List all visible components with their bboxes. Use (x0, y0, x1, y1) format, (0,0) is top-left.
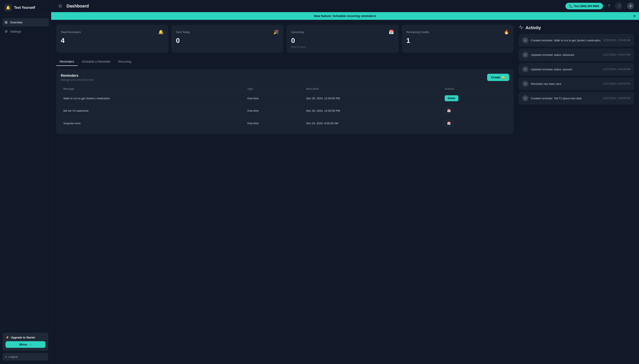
activity-time-0: 12/30/2024, 1:29:48 AM (603, 39, 630, 42)
upgrade-button[interactable]: $9/mo → (6, 341, 46, 348)
col-header-type: Type (245, 86, 304, 92)
stat-card-credits: Remaining Credits 🔥 1 (402, 25, 514, 53)
reminders-table: Message Type Next Send Actions Walk to c… (61, 86, 509, 129)
activity-item-4: Created reminder: Tell TJ about new deal… (519, 92, 634, 104)
activity-text-4: Created reminder: Tell TJ about new deal (531, 97, 600, 100)
stat-label-sent: Sent Today (176, 30, 190, 34)
help-button[interactable]: ? (605, 2, 613, 10)
activity-dot-0 (522, 37, 528, 43)
app-title: Text Yourself (14, 6, 35, 10)
stat-value-sent: 0 (176, 37, 279, 44)
page-title: Dashboard (67, 4, 89, 8)
create-reminder-button[interactable]: Create 🔔 (487, 74, 509, 81)
menu-icon: ⊟ (59, 4, 62, 8)
settings-icon: ⚙ (5, 30, 8, 34)
activity-text-1: Updated reminder status: delivered (531, 53, 600, 56)
topbar: ⊟ Dashboard 📞 Text (888) 684-9880 ? ☽ J (51, 0, 639, 12)
reminder-next-send-2: Dec 24, 2024, 9:00:00 AM (304, 117, 442, 130)
activity-dot-4 (522, 95, 528, 101)
tab-reminders[interactable]: Reminders (56, 58, 78, 66)
reminder-next-send-0: Dec 30, 2024, 12:00:00 PM (304, 92, 442, 104)
table-row: Surprise mom One-time Dec 24, 2024, 9:00… (61, 117, 509, 130)
activity-text-3: Reminder has been sent (531, 82, 600, 86)
calendar-icon: 📅 (389, 30, 394, 34)
banner-close-button[interactable]: × (633, 14, 635, 18)
table-row: Walk to cvs to get Jackie's medication O… (61, 92, 509, 104)
activity-item-3: Reminder has been sent 12/27/2024, 4:43:… (519, 78, 634, 90)
bolt-icon: ⚡ (6, 336, 9, 339)
sidebar: 🔔 Text Yourself ⊞ Overview ⚙ Settings ⚡ … (0, 0, 51, 364)
content-area: Total Reminders 🔔 4 Sent Today 🎉 0 Upcom… (51, 20, 639, 364)
bell-icon: 🔔 (158, 30, 164, 34)
activity-dot-1 (522, 52, 528, 58)
avatar-button[interactable]: J (627, 2, 634, 10)
reminder-action-1: 📅 (442, 104, 509, 117)
stat-value-total: 4 (61, 37, 164, 44)
feature-banner: New feature: Schedule recurring reminder… (51, 12, 639, 20)
reminder-message-0: Walk to cvs to get Jackie's medication (61, 92, 245, 104)
upgrade-card: ⚡ Upgrade to Starter $9/mo → (3, 333, 49, 351)
upgrade-card-title: ⚡ Upgrade to Starter (6, 336, 46, 339)
tab-recurring[interactable]: Recurring (115, 58, 135, 66)
activity-time-3: 12/27/2024, 4:43:05 PM (603, 82, 630, 85)
col-header-message: Message (61, 86, 245, 92)
logout-button[interactable]: ⎋ Logout (3, 353, 49, 360)
activity-icon (519, 25, 523, 31)
reminders-tabs: Reminders Schedule a Reminder Recurring (56, 58, 514, 66)
stat-label-credits: Remaining Credits (406, 30, 429, 34)
topbar-left: ⊟ Dashboard (56, 2, 89, 10)
tab-schedule[interactable]: Schedule a Reminder (79, 58, 114, 66)
main-content: ⊟ Dashboard 📞 Text (888) 684-9880 ? ☽ J … (51, 0, 639, 364)
delete-reminder-button-0[interactable]: Delete (445, 95, 458, 101)
stat-value-upcoming: 0 (291, 37, 394, 44)
reminder-type-0: One-time (245, 92, 304, 104)
stat-card-upcoming: Upcoming 📅 0 Next 24 hours (287, 25, 398, 53)
reminders-card-header: Reminders Manage your reminders here Cre… (61, 74, 509, 82)
reminders-card-title: Reminders (61, 74, 94, 78)
activity-time-1: 12/27/2024, 4:43:07 PM (603, 53, 630, 56)
banner-text: New feature: Schedule recurring reminder… (314, 14, 376, 18)
sidebar-nav: ⊞ Overview ⚙ Settings (0, 16, 51, 329)
activity-item-1: Updated reminder status: delivered 12/27… (519, 48, 634, 61)
right-panel: Activity Created reminder: Walk to cvs t… (519, 25, 634, 359)
reminder-action-0: Delete (442, 92, 509, 104)
sidebar-logo: 🔔 Text Yourself (0, 0, 51, 16)
reminder-next-send-1: Dec 26, 2024, 12:00:00 PM (304, 104, 442, 117)
logo-icon: 🔔 (4, 4, 12, 12)
reminder-type-2: One-time (245, 117, 304, 130)
reminders-card: Reminders Manage your reminders here Cre… (56, 69, 514, 134)
stat-label-total: Total Reminders (61, 30, 81, 34)
activity-header: Activity (519, 25, 634, 31)
sidebar-item-overview[interactable]: ⊞ Overview (2, 18, 49, 26)
stat-card-sent-today: Sent Today 🎉 0 (171, 25, 283, 53)
table-row: tell me I'm awesome One-time Dec 26, 202… (61, 104, 509, 117)
left-panel: Total Reminders 🔔 4 Sent Today 🎉 0 Upcom… (56, 25, 514, 359)
activity-dot-3 (522, 81, 528, 87)
activity-dot-2 (522, 66, 528, 72)
reminder-message-2: Surprise mom (61, 117, 245, 130)
dark-mode-button[interactable]: ☽ (615, 2, 622, 10)
topbar-right: 📞 Text (888) 684-9880 ? ☽ J (565, 2, 634, 10)
reminder-action-2: 📅 (442, 117, 509, 130)
sidebar-item-overview-label: Overview (10, 21, 23, 24)
activity-time-2: 12/27/2024, 4:43:06 PM (603, 68, 630, 71)
activity-time-4: 12/27/2024, 4:28:06 PM (603, 97, 630, 100)
logout-icon: ⎋ (5, 355, 7, 358)
reminders-table-wrapper: Message Type Next Send Actions Walk to c… (61, 86, 509, 129)
reminders-card-subtitle: Manage your reminders here (61, 78, 94, 82)
overview-icon: ⊞ (5, 20, 8, 24)
sidebar-item-settings[interactable]: ⚙ Settings (2, 27, 49, 36)
menu-toggle-button[interactable]: ⊟ (56, 2, 64, 10)
reminder-type-1: One-time (245, 104, 304, 117)
stats-row: Total Reminders 🔔 4 Sent Today 🎉 0 Upcom… (56, 25, 514, 53)
activity-item-0: Created reminder: Walk to cvs to get Jac… (519, 34, 634, 46)
reminder-message-1: tell me I'm awesome (61, 104, 245, 117)
sidebar-bottom: ⚡ Upgrade to Starter $9/mo → ⎋ Logout (0, 329, 51, 364)
confetti-icon: 🎉 (273, 30, 279, 34)
calendar-reminder-button-1[interactable]: 📅 (445, 108, 453, 114)
call-button[interactable]: 📞 Text (888) 684-9880 (565, 3, 603, 10)
calendar-reminder-button-2[interactable]: 📅 (445, 120, 453, 126)
create-reminder-icon: 🔔 (502, 76, 505, 79)
help-icon: ? (608, 4, 610, 8)
topbar-divider (625, 3, 625, 9)
